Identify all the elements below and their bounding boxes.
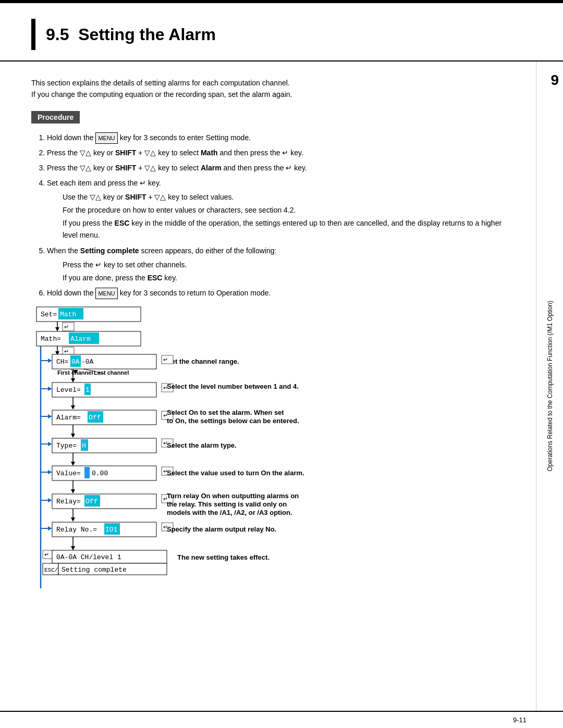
- svg-text:the relay. This setting is val: the relay. This setting is valid only on: [167, 500, 287, 508]
- svg-text:H: H: [82, 442, 86, 450]
- svg-text:Alarm=: Alarm=: [56, 414, 81, 422]
- steps-list: Hold down the MENU key for 3 seconds to …: [31, 132, 505, 299]
- sidebar-number: 9: [550, 72, 559, 89]
- svg-marker-69: [48, 470, 52, 474]
- page-title: 9.5 Setting the Alarm: [46, 25, 216, 44]
- step-4: Set each item and press the ↵ key. Use t…: [47, 177, 505, 241]
- svg-text:Turn relay On when outputting : Turn relay On when outputting alarms on: [167, 492, 299, 500]
- svg-marker-93: [48, 526, 52, 530]
- svg-text:models with the /A1, /A2, or /: models with the /A1, /A2, or /A3 option.: [167, 509, 292, 516]
- svg-marker-5: [55, 327, 59, 331]
- procedure-label: Procedure: [31, 111, 80, 124]
- svg-marker-44: [71, 405, 75, 410]
- step-3: Press the ▽△ key or SHIFT + ▽△ key to se…: [47, 162, 505, 174]
- section-bar: [31, 19, 35, 50]
- svg-marker-58: [48, 442, 52, 446]
- step-4-note-2: For the procedure on how to enter values…: [63, 204, 505, 216]
- svg-marker-33: [71, 378, 75, 382]
- menu-key-2: MENU: [95, 288, 117, 299]
- flow-diagram: Set= Math ↵ Math= Alarm: [31, 304, 505, 629]
- svg-text:↵: ↵: [44, 551, 49, 558]
- svg-text:to On, the settings below can : to On, the settings below can be entered…: [167, 417, 299, 425]
- svg-text:0A-0A CH/level 1: 0A-0A CH/level 1: [56, 553, 121, 561]
- svg-marker-91: [71, 517, 75, 522]
- step-6: Hold down the MENU key for 3 seconds to …: [47, 287, 505, 299]
- step-4-note-1: Use the ▽△ key or SHIFT + ▽△ key to sele…: [63, 191, 505, 203]
- svg-text:Level=: Level=: [56, 386, 81, 394]
- svg-text:Relay=: Relay=: [56, 498, 81, 505]
- svg-marker-67: [71, 462, 75, 466]
- svg-text:↵: ↵: [163, 356, 168, 363]
- svg-marker-35: [48, 387, 52, 391]
- svg-text:Off: Off: [85, 498, 97, 505]
- svg-text:0A: 0A: [71, 358, 80, 366]
- svg-marker-80: [48, 498, 52, 502]
- step-5-note-2: If you are done, press the ESC key.: [63, 272, 505, 284]
- step-4-note-3: If you press the ESC key in the middle o…: [63, 217, 505, 241]
- svg-text:The new setting takes effect.: The new setting takes effect.: [177, 553, 270, 561]
- step-1: Hold down the MENU key for 3 seconds to …: [47, 132, 505, 144]
- right-sidebar: 9 Operations Related to the Computation …: [536, 61, 563, 711]
- svg-marker-78: [71, 489, 75, 493]
- svg-text:Alarm: Alarm: [70, 335, 91, 343]
- svg-text:Select On to set the alarm.  W: Select On to set the alarm. When set: [167, 409, 284, 416]
- svg-text:Set the channel range.: Set the channel range.: [167, 357, 239, 365]
- svg-marker-102: [71, 546, 75, 550]
- step-5: When the Setting complete screen appears…: [47, 245, 505, 284]
- page-number: 9-11: [0, 712, 563, 728]
- svg-text:Math=: Math=: [41, 335, 61, 343]
- svg-marker-46: [48, 414, 52, 418]
- svg-text:-0A: -0A: [81, 358, 94, 366]
- intro-text: This section explains the details of set…: [31, 77, 505, 101]
- svg-text:Relay No.=: Relay No.=: [56, 526, 97, 534]
- step-2: Press the ▽△ key or SHIFT + ▽△ key to se…: [47, 147, 505, 159]
- svg-marker-18: [48, 359, 52, 363]
- svg-text:↵: ↵: [64, 348, 69, 354]
- diagram-svg: Set= Math ↵ Math= Alarm: [31, 304, 427, 627]
- svg-text:Specify the alarm output relay: Specify the alarm output relay No.: [167, 525, 276, 533]
- svg-text:CH=: CH=: [56, 358, 69, 366]
- svg-marker-56: [71, 434, 75, 438]
- svg-text:Value=: Value=: [56, 470, 81, 477]
- svg-text:Math: Math: [60, 311, 76, 318]
- svg-text:IO1: IO1: [105, 526, 118, 534]
- svg-text:Set=: Set=: [41, 311, 57, 318]
- svg-text:↵: ↵: [64, 324, 69, 330]
- svg-text:Off: Off: [89, 414, 101, 422]
- svg-text:Select the value used to turn : Select the value used to turn On the ala…: [167, 469, 304, 477]
- svg-rect-72: [84, 467, 90, 478]
- svg-text:0.00: 0.00: [92, 470, 108, 477]
- svg-text:Select the alarm type.: Select the alarm type.: [167, 441, 237, 449]
- step-5-note-1: Press the ↵ key to set other channels.: [63, 259, 505, 271]
- svg-text:Setting complete: Setting complete: [62, 566, 127, 574]
- svg-text:Type=: Type=: [56, 442, 77, 450]
- svg-text:1: 1: [85, 386, 90, 394]
- menu-key: MENU: [95, 132, 117, 144]
- sidebar-label: Operations Related to the Computation Fu…: [546, 301, 554, 472]
- svg-text:Select the level number betwee: Select the level number between 1 and 4.: [167, 382, 299, 390]
